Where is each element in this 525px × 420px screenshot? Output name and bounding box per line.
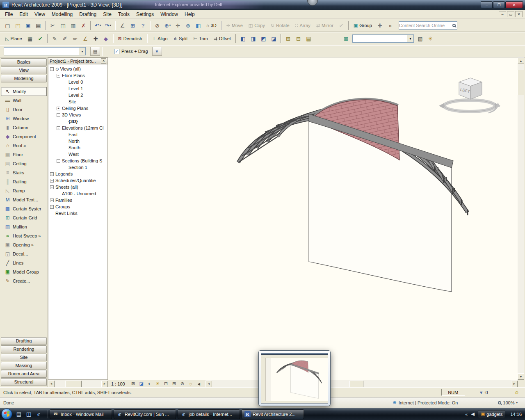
gadgets-button[interactable]: ▣ gadgets: [478, 410, 506, 418]
taskbar-clock[interactable]: 14:16: [510, 412, 522, 417]
designbar-item-modify[interactable]: ↖Modify: [1, 87, 47, 96]
scroll-track[interactable]: [212, 381, 511, 387]
designbar-item-opening[interactable]: ▣Opening »: [1, 240, 47, 249]
designbar-item-host-sweep[interactable]: ≈Host Sweep »: [1, 231, 47, 240]
taskbar-button-inbox-windows-mail[interactable]: ✉Inbox - Windows Mail: [50, 409, 112, 419]
menu-item-help[interactable]: Help: [181, 10, 198, 18]
tree-item-elevations-12mm-ci[interactable]: −Elevations (12mm Ci: [48, 125, 107, 131]
delete-button[interactable]: ✗: [79, 21, 88, 30]
dropdown-arrow-icon[interactable]: ▾: [407, 35, 413, 42]
press-drag-option[interactable]: ✓ Press + Drag: [114, 49, 148, 54]
dropdown-arrow-icon[interactable]: ▾: [79, 48, 85, 55]
designbar-tab-structural[interactable]: Structural: [1, 378, 47, 386]
attach-button[interactable]: ✚: [91, 34, 100, 43]
dropdown-arrow-icon[interactable]: ▾: [516, 401, 518, 404]
zoom-button[interactable]: ⊕▾: [163, 21, 172, 30]
designbar-tab-basics[interactable]: Basics: [1, 58, 47, 66]
save-button[interactable]: ▣: [23, 21, 33, 30]
designbar-item-floor[interactable]: ▦Floor: [1, 150, 47, 159]
measure-button[interactable]: ∠: [118, 21, 127, 30]
redo-button[interactable]: ↷▾: [103, 21, 113, 30]
raytrace-button[interactable]: ☀: [426, 34, 435, 43]
properties-button[interactable]: ▤: [90, 47, 100, 56]
sun-settings-button[interactable]: ☀: [154, 381, 162, 387]
steering-wheel-button[interactable]: ⊛: [183, 21, 193, 30]
designbar-item-curtain-grid[interactable]: ⊞Curtain Grid: [1, 213, 47, 222]
undo-button[interactable]: ↶▾: [93, 21, 103, 30]
dynamic-view-button[interactable]: ✛: [173, 21, 183, 30]
model-graphics-button[interactable]: ◪: [138, 381, 145, 387]
collapse-arrow-icon[interactable]: ◄: [195, 381, 203, 387]
internet-explorer-quicklaunch-button[interactable]: e: [34, 410, 43, 418]
designbar-item-ceiling[interactable]: ▤Ceiling: [1, 159, 47, 168]
designbar-item-railing[interactable]: ╫Railing: [1, 177, 47, 186]
designbar-item-window[interactable]: ⊞Window: [1, 114, 47, 123]
collapse-box-icon[interactable]: −: [57, 74, 60, 78]
show-mass-button[interactable]: ◆: [101, 34, 111, 43]
scroll-right-icon[interactable]: ►: [101, 381, 108, 387]
scroll-thumb[interactable]: [349, 381, 363, 387]
designbar-item-column[interactable]: ▮Column: [1, 123, 47, 132]
print-button[interactable]: ▤: [34, 21, 43, 30]
view-pane-top-button[interactable]: ◩: [259, 34, 268, 43]
expand-box-icon[interactable]: +: [50, 179, 54, 183]
scroll-thumb[interactable]: [65, 381, 82, 387]
menu-item-edit[interactable]: Edit: [16, 10, 31, 18]
scroll-left-icon[interactable]: ◄: [48, 381, 55, 387]
workset-selector[interactable]: ▾: [352, 34, 414, 43]
thin-lines-button[interactable]: ⊘: [153, 21, 162, 30]
view-pane-right-button[interactable]: ◨: [249, 34, 258, 43]
crop-region-button[interactable]: ⊡: [162, 381, 170, 387]
align-button[interactable]: ⊥Align: [149, 35, 171, 43]
tree-item-north[interactable]: North: [48, 138, 107, 144]
open-button[interactable]: ◰: [13, 21, 23, 30]
detail-level-button[interactable]: ⊠: [130, 381, 137, 387]
context-help-button[interactable]: ?: [138, 21, 148, 30]
paint-button[interactable]: ✎: [50, 34, 59, 43]
tree-item-level-1[interactable]: Level 1: [48, 85, 107, 92]
mirror-button[interactable]: ⇄Mirror: [313, 22, 336, 30]
tile-windows-button[interactable]: ⊞: [128, 21, 137, 30]
show-desktop-quicklaunch-button[interactable]: ▤: [15, 410, 23, 418]
designbar-item-component[interactable]: ◆Component: [1, 132, 47, 141]
volume-icon[interactable]: ◀: [471, 411, 474, 417]
new-document-button[interactable]: ▢: [3, 21, 12, 30]
tree-item-sections-building-s[interactable]: −Sections (Building S: [48, 158, 107, 164]
tree-item-schedules-quantitie[interactable]: +Schedules/Quantitie: [48, 177, 107, 184]
taskbar-button-revitcity-com-sun[interactable]: eRevitCity.com | Sun ...: [114, 409, 176, 419]
view-pane-left-button[interactable]: ◧: [238, 34, 248, 43]
mdi-close-button[interactable]: ✕: [515, 11, 523, 17]
grid-button[interactable]: ▦: [25, 34, 35, 43]
designbar-tab-site[interactable]: Site: [1, 354, 47, 361]
designbar-item-wall[interactable]: ▬Wall: [1, 96, 47, 105]
spelling-button[interactable]: ✔: [36, 34, 45, 43]
pin-button[interactable]: ✚: [375, 21, 385, 30]
paste-button[interactable]: ▥: [68, 21, 78, 30]
menu-item-window[interactable]: Window: [157, 10, 181, 18]
copy-tool-button[interactable]: ◫Copy: [246, 22, 268, 30]
image-button[interactable]: ▧: [415, 34, 425, 43]
default-3d-view-button[interactable]: ⌂3D: [203, 22, 219, 29]
crop-visible-button[interactable]: ⊞: [171, 381, 178, 387]
tree-item-revit-links[interactable]: Revit Links: [48, 210, 107, 217]
minimize-button[interactable]: –: [481, 1, 493, 8]
editable-only-icon[interactable]: ☺: [514, 390, 519, 395]
copy-button[interactable]: ◫: [58, 21, 68, 30]
scroll-up-icon[interactable]: ▲: [518, 57, 524, 64]
taskbar-thumbnail-preview[interactable]: [258, 350, 331, 406]
scroll-down-icon[interactable]: ▼: [518, 373, 524, 380]
finish-button[interactable]: ✔: [337, 21, 346, 30]
expand-box-icon[interactable]: +: [57, 107, 60, 110]
selection-filter[interactable]: ▼ :0: [479, 390, 488, 395]
designbar-item-model-group[interactable]: ▣Model Group: [1, 267, 47, 276]
worksets-button[interactable]: ⊠: [341, 34, 351, 43]
menu-item-drafting[interactable]: Drafting: [76, 10, 100, 18]
designbar-item-create[interactable]: ✎Create...: [1, 276, 47, 285]
designbar-item-stairs[interactable]: ≡Stairs: [1, 168, 47, 177]
switch-windows-quicklaunch-button[interactable]: ◫: [25, 410, 33, 418]
designbar-item-mullion[interactable]: ▥Mullion: [1, 222, 47, 231]
shaded-view-button[interactable]: ◧: [194, 21, 203, 30]
tape-measure-button[interactable]: ∠: [81, 34, 90, 43]
split-button[interactable]: ⋔Split: [171, 35, 191, 43]
tree-item-site[interactable]: Site: [48, 98, 107, 105]
